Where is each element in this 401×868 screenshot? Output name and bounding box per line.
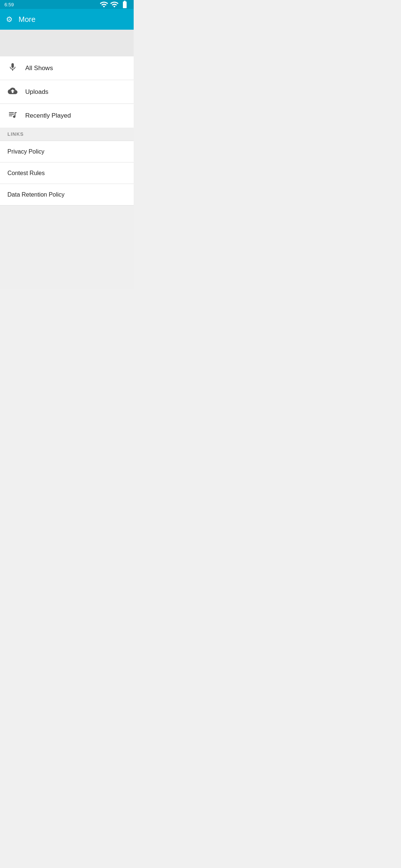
settings-icon: ⚙: [6, 15, 13, 24]
header: ⚙ More: [0, 9, 134, 30]
microphone-icon: [7, 62, 18, 74]
playlist-icon: [7, 110, 18, 122]
status-bar: 6:59: [0, 0, 134, 9]
signal-icon: [110, 0, 119, 9]
recently-played-item[interactable]: Recently Played: [0, 104, 134, 128]
time-display: 6:59: [4, 2, 14, 7]
content-area: [0, 206, 134, 289]
uploads-item[interactable]: Uploads: [0, 80, 134, 104]
menu-section: All Shows Uploads Recently Played: [0, 56, 134, 128]
uploads-label: Uploads: [25, 88, 48, 96]
all-shows-label: All Shows: [25, 65, 53, 72]
battery-icon: [120, 0, 129, 9]
data-retention-label: Data Retention Policy: [7, 191, 65, 198]
links-section: Privacy Policy Contest Rules Data Retent…: [0, 141, 134, 206]
data-retention-item[interactable]: Data Retention Policy: [0, 184, 134, 206]
header-title: More: [19, 15, 36, 24]
contest-rules-item[interactable]: Contest Rules: [0, 162, 134, 184]
privacy-policy-item[interactable]: Privacy Policy: [0, 141, 134, 162]
all-shows-item[interactable]: All Shows: [0, 56, 134, 80]
gray-spacer-top: [0, 30, 134, 56]
recently-played-label: Recently Played: [25, 112, 71, 119]
privacy-policy-label: Privacy Policy: [7, 148, 45, 155]
upload-icon: [7, 86, 18, 98]
contest-rules-label: Contest Rules: [7, 170, 45, 177]
wifi-icon: [100, 0, 108, 9]
links-section-header: LINKS: [0, 128, 134, 141]
status-icons: [100, 0, 129, 9]
